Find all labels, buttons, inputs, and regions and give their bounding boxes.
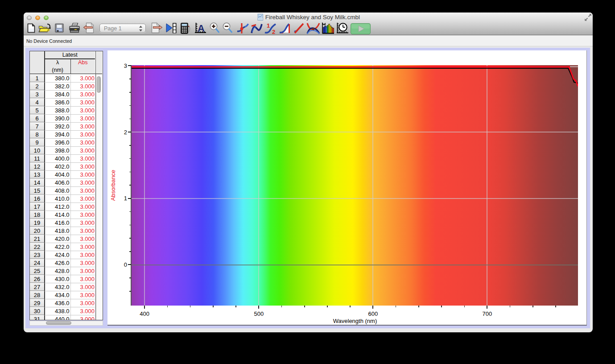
svg-text:1: 1	[267, 22, 270, 29]
svg-text:A: A	[198, 23, 205, 34]
svg-text:2: 2	[272, 29, 275, 34]
